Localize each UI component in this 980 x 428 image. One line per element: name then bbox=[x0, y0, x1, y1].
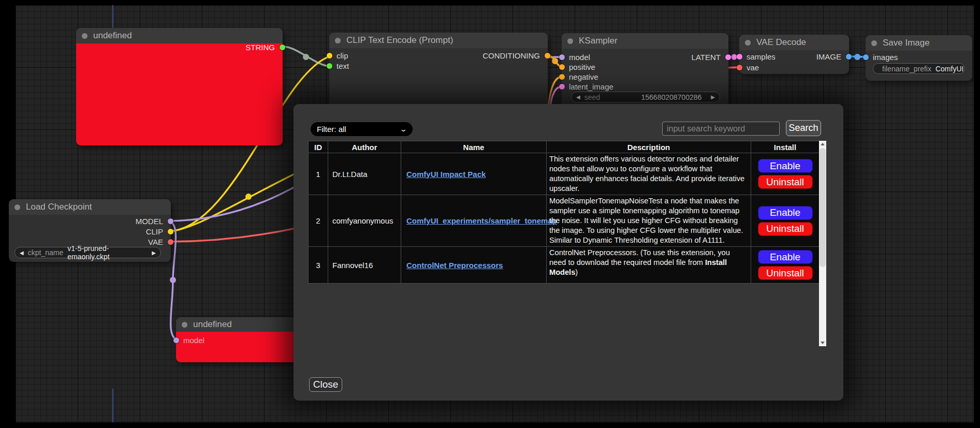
clip-port-icon[interactable] bbox=[327, 53, 332, 58]
input-slot-images[interactable]: images bbox=[863, 52, 898, 62]
cell-install: EnableUninstall bbox=[751, 195, 820, 247]
custom-nodes-manager-dialog: Filter: all ⌄ Search IDAuthorNameDescrip… bbox=[294, 104, 843, 401]
reroute-dot-clip[interactable] bbox=[245, 194, 252, 200]
search-button[interactable]: Search bbox=[786, 120, 821, 136]
vae-port-icon[interactable] bbox=[168, 239, 173, 245]
input-slot-positive[interactable]: positive bbox=[559, 62, 595, 71]
image-port-icon[interactable] bbox=[846, 54, 852, 60]
node-clip-text-encode[interactable]: CLIP Text Encode (Prompt) clip text COND… bbox=[329, 33, 548, 110]
clip-port-icon[interactable] bbox=[168, 229, 173, 234]
reroute-dot-image[interactable] bbox=[854, 54, 860, 60]
node-undefined-top[interactable]: undefined STRING bbox=[76, 28, 283, 145]
conditioning-port-icon[interactable] bbox=[559, 74, 565, 80]
extension-link[interactable]: ComfyUI Impact Pack bbox=[406, 170, 486, 179]
input-slot-vae[interactable]: vae bbox=[737, 63, 759, 72]
uninstall-button[interactable]: Uninstall bbox=[758, 266, 813, 280]
table-header-install: Install bbox=[751, 141, 820, 153]
reroute-dot-latent[interactable] bbox=[732, 54, 737, 60]
extension-link[interactable]: ControlNet Preprocessors bbox=[406, 261, 503, 270]
node-collapse-dot[interactable] bbox=[871, 40, 877, 46]
latent-port-icon[interactable] bbox=[737, 54, 742, 60]
node-load-checkpoint[interactable]: Load Checkpoint MODEL CLIP VAE ◀ ckpt_na… bbox=[9, 199, 171, 262]
extension-link[interactable]: ComfyUI_experiments/sampler_tonemap bbox=[406, 216, 557, 225]
node-collapse-dot[interactable] bbox=[182, 322, 187, 328]
node-header[interactable]: KSampler bbox=[562, 33, 728, 49]
reroute-dot-string[interactable] bbox=[303, 54, 309, 60]
scrollbar-thumb[interactable] bbox=[820, 148, 826, 267]
input-slot-clip[interactable]: clip bbox=[327, 51, 348, 60]
node-collapse-dot[interactable] bbox=[567, 38, 573, 44]
vae-port-icon[interactable] bbox=[737, 65, 742, 70]
node-ksampler[interactable]: KSampler model positive negative latent_… bbox=[562, 33, 728, 108]
scroll-up-icon[interactable] bbox=[819, 141, 826, 147]
input-slot-text[interactable]: text bbox=[327, 61, 349, 70]
image-port-icon[interactable] bbox=[863, 54, 869, 60]
filter-dropdown-label: Filter: all bbox=[317, 125, 346, 134]
enable-button[interactable]: Enable bbox=[758, 159, 813, 173]
latent-port-icon[interactable] bbox=[559, 84, 565, 90]
output-slot-string[interactable]: STRING bbox=[245, 42, 285, 52]
node-collapse-dot[interactable] bbox=[745, 40, 751, 46]
increment-arrow-icon[interactable]: ▶ bbox=[152, 250, 156, 256]
reroute-dot-conditioning[interactable] bbox=[552, 58, 558, 64]
output-slot-image[interactable]: IMAGE bbox=[816, 52, 852, 61]
chevron-down-icon: ⌄ bbox=[400, 125, 407, 133]
input-slot-latent-image[interactable]: latent_image bbox=[559, 82, 613, 91]
increment-arrow-icon[interactable]: ▶ bbox=[711, 94, 715, 100]
uninstall-button[interactable]: Uninstall bbox=[758, 175, 813, 189]
decrement-arrow-icon[interactable]: ◀ bbox=[20, 250, 24, 256]
conditioning-port-icon[interactable] bbox=[559, 64, 565, 70]
string-port-icon[interactable] bbox=[280, 45, 285, 50]
search-input[interactable] bbox=[662, 122, 780, 136]
reroute-dot-model[interactable] bbox=[170, 277, 176, 283]
output-slot-latent[interactable]: LATENT bbox=[692, 52, 731, 62]
model-port-icon[interactable] bbox=[173, 337, 179, 343]
decrement-arrow-icon[interactable]: ◀ bbox=[576, 94, 580, 100]
latent-port-icon[interactable] bbox=[725, 54, 731, 60]
scroll-down-icon[interactable] bbox=[819, 340, 826, 346]
output-slot-model[interactable]: MODEL bbox=[136, 216, 173, 226]
node-header[interactable]: CLIP Text Encode (Prompt) bbox=[329, 33, 548, 48]
input-slot-negative[interactable]: negative bbox=[559, 72, 598, 81]
cell-install: EnableUninstall bbox=[751, 247, 820, 284]
input-slot-samples[interactable]: samples bbox=[737, 52, 776, 61]
output-slot-conditioning[interactable]: CONDITIONING bbox=[482, 51, 550, 60]
table-scrollbar[interactable] bbox=[819, 141, 826, 346]
text-port-icon[interactable] bbox=[327, 63, 332, 69]
node-header[interactable]: Save Image bbox=[866, 35, 972, 51]
cell-name: ComfyUI_experiments/sampler_tonemap bbox=[401, 195, 547, 247]
enable-button[interactable]: Enable bbox=[758, 206, 813, 220]
node-header[interactable]: undefined bbox=[76, 28, 283, 43]
node-collapse-dot[interactable] bbox=[335, 38, 341, 43]
node-header[interactable]: Load Checkpoint bbox=[9, 199, 171, 215]
input-slot-model[interactable]: model bbox=[173, 335, 204, 345]
node-vae-decode[interactable]: VAE Decode samples vae IMAGE bbox=[739, 35, 849, 74]
node-collapse-dot[interactable] bbox=[14, 204, 20, 210]
conditioning-port-icon[interactable] bbox=[545, 53, 550, 58]
slot-label: VAE bbox=[148, 238, 163, 246]
slot-label: negative bbox=[569, 72, 598, 81]
node-save-image[interactable]: Save Image images filename_prefix ComfyU… bbox=[866, 35, 972, 81]
model-port-icon[interactable] bbox=[559, 54, 565, 60]
cell-name: ControlNet Preprocessors bbox=[401, 247, 547, 284]
node-title: undefined bbox=[193, 319, 232, 330]
widget-label: filename_prefix bbox=[882, 65, 931, 73]
node-header[interactable]: VAE Decode bbox=[739, 35, 849, 50]
filter-dropdown[interactable]: Filter: all ⌄ bbox=[311, 122, 413, 136]
output-slot-clip[interactable]: CLIP bbox=[146, 227, 173, 236]
node-title: undefined bbox=[93, 31, 132, 41]
ckpt-name-widget[interactable]: ◀ ckpt_name v1-5-pruned-emaonly.ckpt ▶ bbox=[14, 247, 161, 258]
slot-label: model bbox=[183, 336, 204, 345]
slot-label: samples bbox=[747, 52, 776, 61]
seed-widget[interactable]: ◀ seed 156680208700286 ▶ bbox=[571, 92, 720, 102]
output-slot-vae[interactable]: VAE bbox=[148, 237, 173, 246]
slot-label: text bbox=[337, 62, 349, 70]
close-button[interactable]: Close bbox=[309, 377, 342, 392]
node-collapse-dot[interactable] bbox=[82, 33, 87, 39]
filename-prefix-widget[interactable]: filename_prefix ComfyUI bbox=[873, 63, 965, 74]
uninstall-button[interactable]: Uninstall bbox=[758, 222, 813, 236]
input-slot-model[interactable]: model bbox=[559, 52, 590, 62]
enable-button[interactable]: Enable bbox=[758, 250, 813, 264]
model-port-icon[interactable] bbox=[168, 218, 173, 224]
node-title: Save Image bbox=[883, 38, 930, 48]
